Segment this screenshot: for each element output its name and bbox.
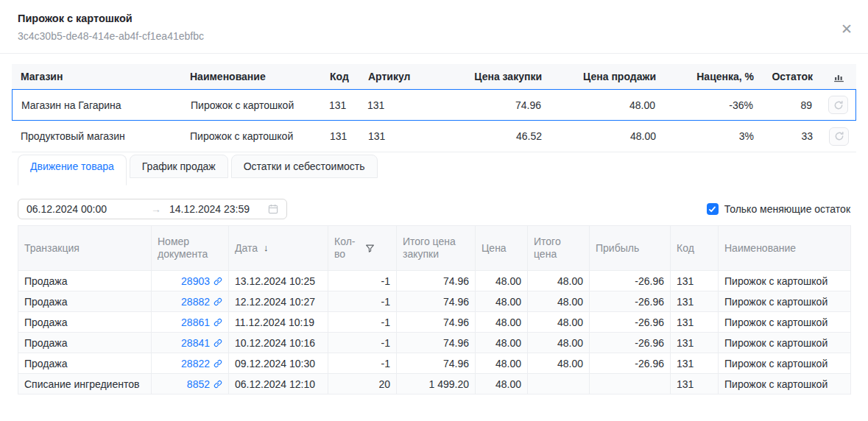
- col-header-markup: Наценка, %: [665, 71, 763, 82]
- quantity: -1: [328, 333, 397, 353]
- price: 48.00: [476, 271, 528, 291]
- quantity: -1: [328, 312, 397, 333]
- document-link[interactable]: 28903: [181, 275, 222, 287]
- modal-header: Пирожок с картошкой 3c4c30b5-de48-414e-a…: [0, 0, 868, 54]
- link-icon: [214, 297, 222, 306]
- calendar-icon: [268, 204, 278, 214]
- col-header-qty[interactable]: Кол-во: [328, 226, 397, 271]
- document-link[interactable]: 28861: [181, 316, 222, 328]
- chart-column-header[interactable]: [822, 71, 856, 82]
- transaction-row: Списание ингредиентов 8852 06.12.2024 12…: [18, 374, 851, 395]
- stock-value: 89: [762, 99, 821, 111]
- col-header-name: Наименование: [181, 71, 321, 82]
- close-icon: ✕: [841, 22, 853, 36]
- document-link[interactable]: 28841: [181, 337, 222, 349]
- sort-desc-icon[interactable]: ↓: [264, 242, 269, 253]
- total-price: 48.00: [528, 353, 590, 374]
- item-name: Пирожок с картошкой: [719, 271, 851, 291]
- profit: -26.96: [590, 353, 671, 374]
- store-row-produktovy[interactable]: Продуктовый магазин Пирожок с картошкой …: [12, 121, 856, 152]
- transaction-date: 09.12.2024 10:30: [229, 353, 328, 374]
- transaction-date: 10.12.2024 10:16: [229, 333, 328, 353]
- item-name: Пирожок с картошкой: [719, 353, 851, 374]
- transaction-row: Продажа 28861 11.12.2024 10:19 -1 74.96 …: [18, 312, 851, 333]
- filter-funnel-icon[interactable]: [365, 244, 375, 253]
- tab-product-movement[interactable]: Движение товара: [18, 155, 127, 185]
- price: 48.00: [476, 291, 528, 312]
- transaction-date: 13.12.2024 10:25: [229, 271, 328, 291]
- product-name: Пирожок с картошкой: [182, 99, 320, 111]
- product-code: 131: [321, 130, 359, 142]
- total-price: 48.00: [528, 291, 590, 312]
- link-icon: [214, 339, 222, 347]
- price: 48.00: [476, 374, 528, 395]
- tab-stock-and-cost[interactable]: Остатки и себестоимость: [231, 155, 378, 178]
- profit: -26.96: [590, 333, 671, 353]
- quantity: -1: [328, 291, 397, 312]
- transaction-type: Продажа: [18, 333, 152, 353]
- transaction-date: 11.12.2024 10:19: [229, 312, 328, 333]
- link-icon: [214, 359, 222, 368]
- transaction-type: Продажа: [18, 312, 152, 333]
- page-title: Пирожок с картошкой: [18, 13, 850, 24]
- checkbox-checked[interactable]: [707, 203, 719, 215]
- profit: [590, 374, 671, 395]
- stock-value: 33: [763, 130, 822, 142]
- product-name: Пирожок с картошкой: [181, 130, 321, 142]
- total-price: 48.00: [528, 271, 590, 291]
- code: 131: [671, 312, 719, 333]
- profit: -26.96: [590, 291, 671, 312]
- total-price: 48.00: [528, 312, 590, 333]
- total-purchase-price: 74.96: [397, 291, 476, 312]
- store-row-gagarina[interactable]: Магазин на Гагарина Пирожок с картошкой …: [12, 89, 856, 121]
- total-price: 48.00: [528, 333, 590, 353]
- quantity: 20: [328, 374, 397, 395]
- item-name: Пирожок с картошкой: [719, 333, 851, 353]
- col-header-price: Цена: [476, 226, 528, 271]
- document-link[interactable]: 8852: [187, 378, 222, 390]
- item-name: Пирожок с картошкой: [719, 312, 851, 333]
- document-link[interactable]: 28882: [181, 296, 222, 308]
- refresh-button[interactable]: [829, 127, 849, 146]
- total-purchase-price: 1 499.20: [397, 374, 476, 395]
- col-header-profit: Прибыль: [590, 226, 671, 271]
- transaction-row: Продажа 28841 10.12.2024 10:16 -1 74.96 …: [18, 333, 851, 353]
- code: 131: [671, 353, 719, 374]
- quantity: -1: [328, 353, 397, 374]
- item-name: Пирожок с картошкой: [719, 291, 851, 312]
- code: 131: [671, 374, 719, 395]
- price: 48.00: [476, 312, 528, 333]
- total-price: [528, 374, 590, 395]
- product-sku: 131: [359, 130, 455, 142]
- close-button[interactable]: ✕: [837, 19, 856, 38]
- filter-row: 06.12.2024 00:00 → 14.12.2024 23:59 Толь…: [18, 199, 850, 219]
- only-stock-changing-filter[interactable]: Только меняющие остаток: [707, 203, 850, 215]
- price: 48.00: [476, 353, 528, 374]
- date-to-value[interactable]: 14.12.2024 23:59: [169, 203, 268, 215]
- quantity: -1: [328, 271, 397, 291]
- date-from-value[interactable]: 06.12.2024 00:00: [27, 203, 143, 215]
- col-header-name: Наименование: [719, 226, 851, 271]
- date-range-picker[interactable]: 06.12.2024 00:00 → 14.12.2024 23:59: [18, 199, 287, 219]
- check-icon: [708, 205, 716, 213]
- product-sku: 131: [359, 99, 454, 111]
- profit: -26.96: [590, 312, 671, 333]
- total-purchase-price: 74.96: [397, 312, 476, 333]
- tab-bar: Движение товара График продаж Остатки и …: [18, 155, 850, 186]
- item-name: Пирожок с картошкой: [719, 374, 851, 395]
- refresh-icon: [833, 100, 844, 110]
- range-arrow-icon: →: [143, 203, 169, 215]
- document-link[interactable]: 28822: [181, 358, 222, 369]
- product-uuid: 3c4c30b5-de48-414e-ab4f-cf1ea41ebfbc: [18, 30, 850, 42]
- col-header-code: Код: [671, 226, 719, 271]
- bar-chart-icon: [833, 71, 844, 82]
- transactions-header-row: Транзакция Номер документа Дата ↓ Кол-во…: [18, 226, 851, 271]
- refresh-button[interactable]: [828, 96, 848, 114]
- tab-sales-chart[interactable]: График продаж: [130, 155, 228, 178]
- code: 131: [671, 271, 719, 291]
- transaction-row: Продажа 28903 13.12.2024 10:25 -1 74.96 …: [18, 271, 851, 291]
- code: 131: [671, 291, 719, 312]
- transaction-type: Списание ингредиентов: [18, 374, 152, 395]
- col-header-sale-price: Цена продажи: [551, 71, 665, 82]
- col-header-date[interactable]: Дата ↓: [229, 226, 328, 271]
